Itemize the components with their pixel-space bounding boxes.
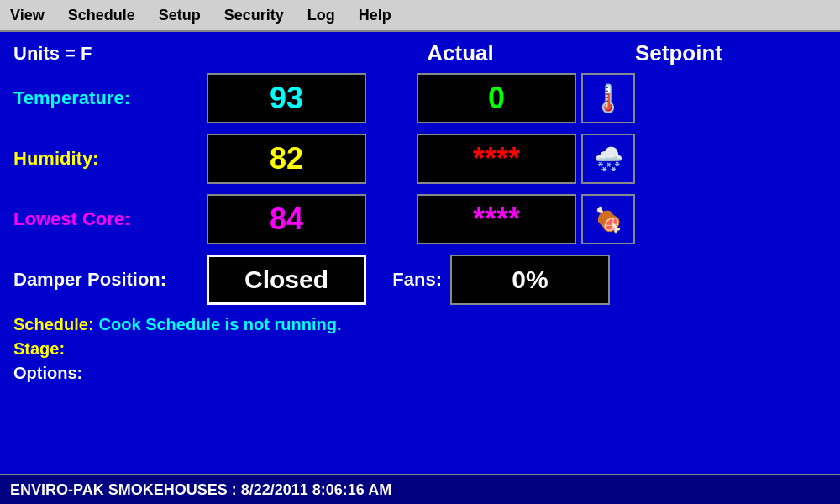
humidity-setpoint-value: **** <box>473 141 520 176</box>
schedule-value: Cook Schedule is not running. <box>99 315 342 334</box>
lowest-core-icon-box: 🍖 <box>581 194 635 244</box>
units-row: Units = F Actual Setpoint <box>13 40 827 66</box>
lowest-core-setpoint-box[interactable]: **** <box>417 194 576 244</box>
lowest-core-row: Lowest Core: 84 **** 🍖 <box>13 194 827 244</box>
humidity-setpoint-box[interactable]: **** <box>417 134 576 184</box>
menubar: View Schedule Setup Security Log Help <box>0 0 840 32</box>
menu-log[interactable]: Log <box>304 5 339 26</box>
actual-header: Actual <box>376 40 544 66</box>
damper-label: Damper Position: <box>13 269 207 291</box>
units-label: Units = F <box>13 43 92 65</box>
lowest-core-actual-box[interactable]: 84 <box>207 194 366 244</box>
humidity-icon-box: 🌨️ <box>581 134 635 184</box>
temperature-setpoint-box[interactable]: 0 <box>417 73 576 123</box>
options-key: Options: <box>13 364 82 383</box>
menu-view[interactable]: View <box>7 5 48 26</box>
stage-row: Stage: <box>13 339 827 359</box>
probe-icon: 🍖 <box>594 206 623 234</box>
humidity-icon: 🌨️ <box>594 145 623 173</box>
damper-row: Damper Position: Closed Fans: 0% <box>13 255 827 305</box>
temperature-setpoint-value: 0 <box>488 81 505 116</box>
main-content: Units = F Actual Setpoint Temperature: 9… <box>0 32 840 474</box>
thermometer-icon: 🌡️ <box>591 82 625 114</box>
temperature-row: Temperature: 93 0 🌡️ <box>13 73 827 123</box>
stage-key: Stage: <box>13 339 65 359</box>
schedule-row: Schedule: Cook Schedule is not running. <box>13 315 827 334</box>
menu-setup[interactable]: Setup <box>155 5 204 26</box>
statusbar-text: ENVIRO-PAK SMOKEHOUSES : 8/22/2011 8:06:… <box>10 481 391 499</box>
lowest-core-actual-value: 84 <box>270 202 303 237</box>
fans-value-box[interactable]: 0% <box>450 255 610 305</box>
fans-label: Fans: <box>366 269 450 291</box>
temperature-label: Temperature: <box>13 87 207 109</box>
menu-help[interactable]: Help <box>355 5 395 26</box>
setpoint-header: Setpoint <box>595 40 763 66</box>
options-row: Options: <box>13 364 827 383</box>
schedule-key: Schedule: <box>13 315 94 334</box>
temperature-icon-box: 🌡️ <box>581 73 635 123</box>
lowest-core-setpoint-value: **** <box>473 202 520 237</box>
humidity-actual-box[interactable]: 82 <box>207 134 366 184</box>
statusbar: ENVIRO-PAK SMOKEHOUSES : 8/22/2011 8:06:… <box>0 474 840 504</box>
lowest-core-label: Lowest Core: <box>13 208 207 230</box>
humidity-label: Humidity: <box>13 148 207 170</box>
menu-security[interactable]: Security <box>221 5 287 26</box>
humidity-actual-value: 82 <box>270 141 303 176</box>
temperature-actual-box[interactable]: 93 <box>207 73 366 123</box>
menu-schedule[interactable]: Schedule <box>65 5 139 26</box>
damper-value-box[interactable]: Closed <box>207 255 366 305</box>
humidity-row: Humidity: 82 **** 🌨️ <box>13 134 827 184</box>
damper-value: Closed <box>244 265 328 294</box>
fans-value: 0% <box>512 265 548 294</box>
temperature-actual-value: 93 <box>270 81 303 116</box>
